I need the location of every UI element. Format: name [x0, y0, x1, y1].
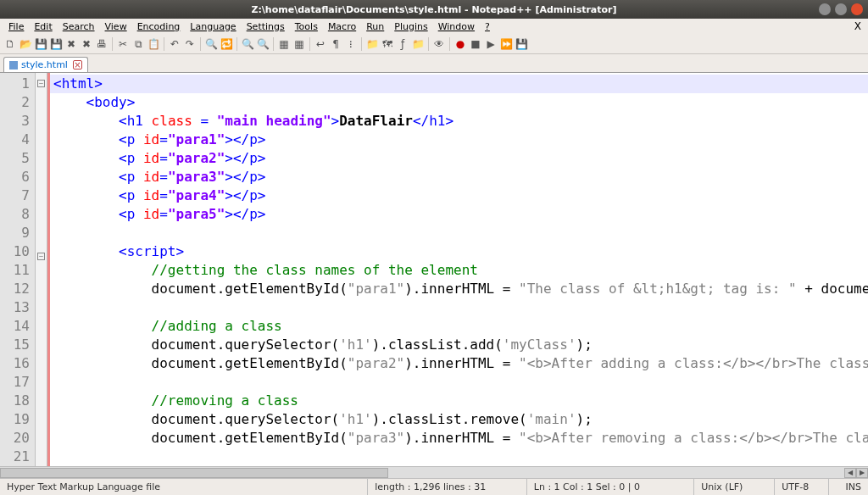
scroll-right-button[interactable]: ▶: [856, 468, 868, 478]
menu-view[interactable]: View: [100, 21, 132, 32]
paste-icon[interactable]: 📋: [147, 37, 160, 51]
replace-icon[interactable]: 🔁: [220, 37, 233, 51]
tab-style-html[interactable]: style.html ×: [3, 57, 88, 72]
menubar-close-x[interactable]: X: [854, 20, 861, 32]
indent-guide-icon[interactable]: ⫶: [344, 37, 358, 51]
toolbar-separator: [361, 37, 362, 51]
scrollbar-track[interactable]: [0, 468, 844, 478]
open-file-icon[interactable]: 📂: [19, 37, 32, 51]
editor[interactable]: 12345678910111213141516171819202122 −− <…: [0, 73, 868, 466]
toolbar: 🗋 📂 💾 💾 ✖ ✖ 🖶 ✂ ⧉ 📋 ↶ ↷ 🔍 🔁 🔍 🔍 ▦ ▦ ↩ ¶ …: [0, 34, 868, 54]
close-file-icon[interactable]: ✖: [64, 37, 78, 51]
toolbar-separator: [112, 37, 113, 51]
cut-icon[interactable]: ✂: [116, 37, 130, 51]
status-encoding[interactable]: UTF-8: [775, 479, 828, 495]
status-eol[interactable]: Unix (LF): [694, 479, 775, 495]
menu-tools[interactable]: Tools: [290, 21, 323, 32]
toolbar-separator: [449, 37, 450, 51]
status-position: Ln : 1 Col : 1 Sel : 0 | 0: [527, 479, 694, 495]
code-area[interactable]: <html> <body> <h1 class = "main heading"…: [50, 73, 868, 466]
doc-map-icon[interactable]: 🗺: [381, 37, 394, 51]
menu-help[interactable]: ?: [480, 21, 495, 32]
menu-file[interactable]: File: [3, 21, 29, 32]
folder-as-ws-icon[interactable]: 📁: [411, 37, 425, 51]
minimize-button[interactable]: [819, 3, 831, 15]
play-multi-icon[interactable]: ⏩: [499, 37, 513, 51]
tab-close-icon[interactable]: ×: [73, 60, 82, 70]
menu-run[interactable]: Run: [361, 21, 389, 32]
maximize-button[interactable]: [835, 3, 847, 15]
scroll-left-button[interactable]: ◀: [844, 468, 856, 478]
menu-plugins[interactable]: Plugins: [389, 21, 432, 32]
menu-edit[interactable]: Edit: [29, 21, 57, 32]
file-icon: [9, 61, 18, 70]
horizontal-scrollbar[interactable]: ◀ ▶: [0, 466, 868, 478]
stop-macro-icon[interactable]: ■: [469, 37, 482, 51]
titlebar: Z:\home\dataflair\Documents\style.html -…: [0, 0, 868, 19]
status-length: length : 1,296 lines : 31: [368, 479, 527, 495]
menu-search[interactable]: Search: [58, 21, 100, 32]
toolbar-separator: [200, 37, 201, 51]
func-list-icon[interactable]: ƒ: [396, 37, 409, 51]
zoom-in-icon[interactable]: 🔍: [241, 37, 254, 51]
wordwrap-icon[interactable]: ↩: [314, 37, 327, 51]
tabbar: style.html ×: [0, 54, 868, 73]
print-icon[interactable]: 🖶: [95, 37, 108, 51]
toolbar-separator: [236, 37, 237, 51]
folder-ws-icon[interactable]: 📁: [365, 37, 379, 51]
line-number-gutter: 12345678910111213141516171819202122: [0, 73, 36, 466]
status-filetype: Hyper Text Markup Language file: [0, 479, 368, 495]
redo-icon[interactable]: ↷: [183, 37, 197, 51]
window-controls: [819, 3, 863, 15]
record-macro-icon[interactable]: ●: [453, 37, 467, 51]
monitor-icon[interactable]: 👁: [432, 37, 446, 51]
sync-h-icon[interactable]: ▦: [292, 37, 306, 51]
tab-label: style.html: [21, 59, 68, 70]
sync-v-icon[interactable]: ▦: [277, 37, 291, 51]
undo-icon[interactable]: ↶: [168, 37, 181, 51]
menu-settings[interactable]: Settings: [242, 21, 290, 32]
zoom-out-icon[interactable]: 🔍: [256, 37, 270, 51]
toolbar-separator: [428, 37, 429, 51]
scrollbar-thumb[interactable]: [0, 468, 388, 478]
statusbar: Hyper Text Markup Language file length :…: [0, 478, 868, 495]
menu-language[interactable]: Language: [185, 21, 241, 32]
status-mode[interactable]: INS: [829, 479, 868, 495]
new-file-icon[interactable]: 🗋: [3, 37, 17, 51]
toolbar-separator: [273, 37, 274, 51]
save-icon[interactable]: 💾: [34, 37, 47, 51]
toolbar-separator: [309, 37, 310, 51]
menu-encoding[interactable]: Encoding: [132, 21, 186, 32]
toolbar-separator: [164, 37, 164, 51]
play-macro-icon[interactable]: ▶: [484, 37, 498, 51]
menubar: File Edit Search View Encoding Language …: [0, 19, 868, 34]
close-button[interactable]: [851, 3, 863, 15]
window-title: Z:\home\dataflair\Documents\style.html -…: [251, 4, 616, 15]
save-macro-icon[interactable]: 💾: [515, 37, 528, 51]
copy-icon[interactable]: ⧉: [131, 37, 145, 51]
menu-window[interactable]: Window: [433, 21, 480, 32]
close-all-icon[interactable]: ✖: [80, 37, 93, 51]
fold-margin[interactable]: −−: [36, 73, 47, 466]
menu-macro[interactable]: Macro: [323, 21, 361, 32]
save-all-icon[interactable]: 💾: [49, 37, 63, 51]
find-icon[interactable]: 🔍: [204, 37, 218, 51]
all-chars-icon[interactable]: ¶: [329, 37, 342, 51]
